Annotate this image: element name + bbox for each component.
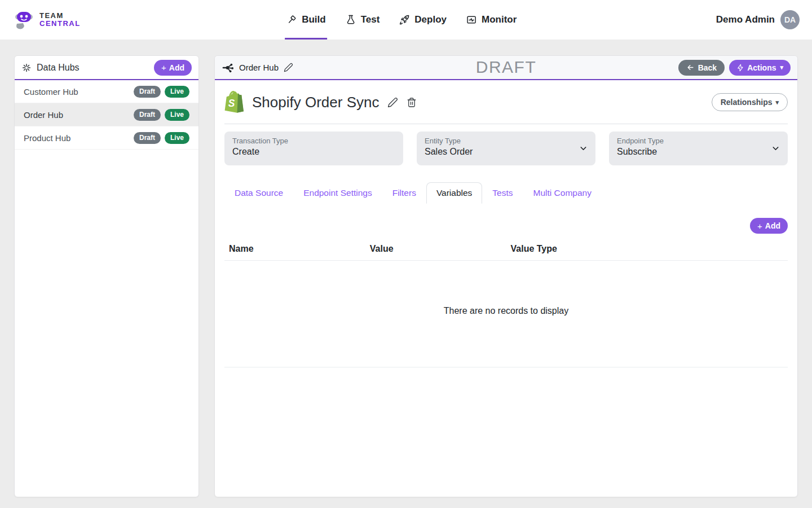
chevron-down-icon (579, 144, 588, 154)
actions-button[interactable]: Actions ▾ (729, 60, 791, 76)
user-avatar[interactable]: DA (780, 10, 800, 29)
entity-title: Shopify Order Sync (252, 94, 379, 111)
avatar-initials: DA (784, 15, 796, 24)
draft-badge[interactable]: Draft (134, 86, 161, 98)
sidebar-item-product-hub[interactable]: Product Hub Draft Live (15, 126, 198, 150)
field-value: Subscribe (617, 147, 780, 157)
hub-detail-header: Order Hub DRAFT Back (215, 56, 797, 80)
nav-item-deploy[interactable]: Deploy (398, 0, 448, 40)
add-hub-label: Add (169, 63, 184, 72)
plus-icon: + (757, 222, 762, 230)
live-badge[interactable]: Live (165, 109, 189, 121)
tab-endpoint-settings[interactable]: Endpoint Settings (293, 182, 382, 204)
sidebar-title: Data Hubs (37, 63, 80, 73)
chevron-down-icon (771, 144, 780, 154)
sidebar-header: Data Hubs + Add (15, 56, 198, 80)
hammer-icon (286, 14, 297, 25)
sidebar-item-order-hub[interactable]: Order Hub Draft Live (15, 103, 198, 126)
rocket-icon (399, 14, 410, 25)
caret-down-icon: ▾ (775, 99, 779, 106)
nav-item-label: Monitor (482, 14, 517, 25)
tab-data-source[interactable]: Data Source (224, 182, 293, 204)
hub-name: Customer Hub (24, 87, 78, 97)
arrow-left-icon (686, 63, 695, 72)
field-label: Endpoint Type (617, 137, 780, 145)
brand-logo[interactable]: TEAM CENTRAL (12, 8, 81, 31)
nav-item-test[interactable]: Test (344, 0, 381, 40)
field-value: Sales Order (425, 147, 588, 157)
field-label: Entity Type (425, 137, 588, 145)
config-fields-row: Transaction Type Create Entity Type Sale… (224, 132, 788, 165)
tab-multi-company[interactable]: Multi Company (523, 182, 602, 204)
edit-hub-button[interactable] (284, 63, 293, 72)
column-header-value: Value (365, 238, 506, 261)
hub-detail-panel: Order Hub DRAFT Back (214, 55, 798, 497)
detail-tabs: Data Source Endpoint Settings Filters Va… (224, 182, 788, 204)
caret-down-icon: ▾ (780, 64, 783, 71)
back-button[interactable]: Back (678, 60, 725, 76)
brand-name-bottom: CENTRAL (39, 20, 81, 28)
title-divider (224, 124, 788, 124)
user-name: Demo Admin (716, 14, 775, 25)
entity-type-select[interactable]: Entity Type Sales Order (417, 132, 595, 165)
column-header-name: Name (224, 238, 365, 261)
hub-name: Order Hub (24, 110, 63, 120)
draft-status-label: DRAFT (476, 58, 537, 77)
flask-icon (345, 14, 356, 25)
endpoint-type-select[interactable]: Endpoint Type Subscribe (609, 132, 788, 165)
hub-asterisk-icon (21, 63, 32, 73)
add-variable-label: Add (765, 221, 780, 230)
field-value: Create (232, 147, 395, 157)
actions-label: Actions (747, 63, 776, 72)
shopify-logo-icon: S (224, 91, 244, 113)
add-variable-button[interactable]: + Add (750, 218, 788, 234)
draft-badge[interactable]: Draft (134, 109, 161, 121)
data-hubs-sidebar: Data Hubs + Add Customer Hub Draft Live … (14, 55, 199, 497)
nav-item-label: Deploy (414, 14, 447, 25)
delete-entity-button[interactable] (407, 97, 417, 108)
plus-icon: + (161, 63, 166, 72)
tab-variables[interactable]: Variables (426, 182, 482, 204)
empty-state-message: There are no records to display (224, 261, 788, 367)
transaction-type-field: Transaction Type Create (224, 132, 403, 165)
live-badge[interactable]: Live (165, 132, 189, 144)
brand-name-top: TEAM (39, 12, 81, 20)
hub-header-name: Order Hub (239, 63, 279, 72)
relationships-button[interactable]: Relationships ▾ (712, 93, 788, 111)
back-label: Back (698, 63, 717, 72)
svg-text:S: S (228, 98, 235, 109)
hub-name: Product Hub (24, 133, 70, 143)
table-header-row: Name Value Value Type (224, 238, 788, 261)
tab-filters[interactable]: Filters (382, 182, 426, 204)
empty-state-row: There are no records to display (224, 261, 788, 367)
sidebar-item-customer-hub[interactable]: Customer Hub Draft Live (15, 80, 198, 103)
draft-badge[interactable]: Draft (134, 132, 161, 144)
field-label: Transaction Type (232, 137, 395, 145)
top-navbar: TEAM CENTRAL Build Te (0, 0, 812, 40)
hub-network-icon (222, 62, 234, 73)
tab-tests[interactable]: Tests (482, 182, 523, 204)
nav-item-build[interactable]: Build (285, 0, 326, 40)
add-hub-button[interactable]: + Add (154, 60, 192, 76)
robot-logo-icon (12, 8, 35, 31)
lightning-icon (736, 64, 744, 72)
nav-item-label: Test (361, 14, 380, 25)
entity-title-row: S Shopify Order Sync Relationships ▾ (224, 91, 788, 113)
edit-entity-button[interactable] (387, 97, 398, 108)
main-nav: Build Test Deploy (285, 0, 518, 40)
column-header-value-type: Value Type (506, 238, 788, 261)
nav-item-monitor[interactable]: Monitor (465, 0, 518, 40)
relationships-label: Relationships (721, 98, 773, 107)
live-badge[interactable]: Live (165, 86, 189, 98)
monitor-icon (466, 14, 477, 25)
variables-table: Name Value Value Type There are no recor… (224, 238, 788, 367)
nav-item-label: Build (302, 14, 326, 25)
